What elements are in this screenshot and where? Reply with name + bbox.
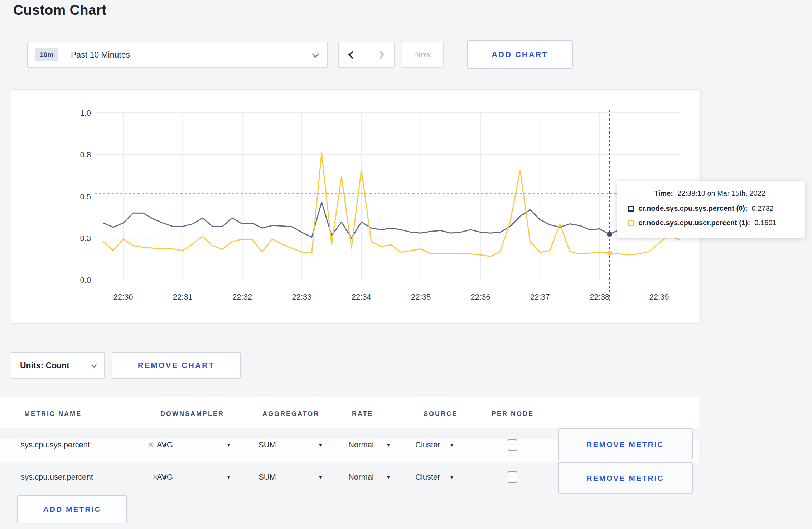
add-chart-button[interactable]: ADD CHART: [467, 40, 573, 69]
tooltip-time-value: 22:38:10 on Mar 15th, 2022: [677, 189, 765, 198]
chart-hover-tooltip: Time: 22:38:10 on Mar 15th, 2022 cr.node…: [617, 181, 805, 238]
remove-metric-button[interactable]: REMOVE METRIC: [558, 428, 693, 460]
chevron-left-icon: [348, 51, 356, 59]
downsampler-select[interactable]: AVG: [157, 440, 173, 450]
units-label: Units: Count: [20, 361, 91, 370]
x-axis-tick-label: 22:39: [649, 292, 669, 301]
aggregator-dropdown-icon[interactable]: ▼: [318, 474, 323, 480]
time-range-dropdown[interactable]: 10m Past 10 Minutes: [27, 42, 328, 68]
rate-dropdown-icon[interactable]: ▼: [386, 442, 391, 448]
tooltip-time-label: Time:: [654, 189, 673, 198]
tooltip-series-label: cr.node.sys.cpu.user.percent (1):: [638, 219, 750, 227]
source-dropdown-icon[interactable]: ▼: [449, 474, 454, 480]
rate-dropdown-icon[interactable]: ▼: [386, 474, 391, 480]
rate-select[interactable]: Normal: [348, 440, 374, 450]
column-header-downsampler: DOWNSAMPLER: [160, 410, 224, 418]
source-dropdown-icon[interactable]: ▼: [449, 442, 454, 448]
chart-panel[interactable]: 0.00.30.50.81.022:3022:3122:3222:3322:34…: [11, 89, 701, 324]
series-line: [103, 202, 679, 238]
per-node-checkbox[interactable]: [508, 440, 517, 451]
source-select[interactable]: Cluster: [415, 440, 440, 450]
column-header-rate: RATE: [352, 410, 373, 418]
remove-metric-button[interactable]: REMOVE METRIC: [558, 462, 693, 494]
x-axis-tick-label: 22:36: [470, 292, 490, 301]
hover-point-sys: [607, 232, 612, 237]
y-axis-tick-label: 1.0: [80, 108, 91, 117]
series-user-swatch-icon: [628, 220, 634, 226]
next-time-button[interactable]: [366, 42, 394, 67]
timeseries-chart[interactable]: 0.00.30.50.81.022:3022:3122:3222:3322:34…: [11, 90, 700, 323]
y-axis-tick-label: 0.5: [80, 192, 91, 201]
remove-chart-label: REMOVE CHART: [138, 361, 214, 370]
add-metric-label: ADD METRIC: [43, 505, 101, 514]
series-line: [103, 153, 679, 256]
tooltip-series-label: cr.node.sys.cpu.sys.percent (0):: [638, 204, 748, 213]
page-title: Custom Chart: [13, 2, 106, 18]
column-header-per-node: PER NODE: [492, 410, 534, 418]
column-header-aggregator: AGGREGATOR: [262, 410, 319, 418]
source-select[interactable]: Cluster: [415, 472, 440, 482]
y-axis-tick-label: 0.8: [80, 150, 91, 159]
x-axis-tick-label: 22:34: [352, 292, 371, 301]
metric-name-value[interactable]: sys.cpu.user.percent: [21, 472, 93, 482]
units-dropdown[interactable]: Units: Count: [11, 352, 105, 379]
x-axis-tick-label: 22:37: [530, 292, 550, 301]
x-axis-tick-label: 22:35: [411, 292, 431, 301]
y-axis-tick-label: 0.3: [80, 234, 91, 243]
y-axis-tick-label: 0.0: [80, 276, 91, 285]
add-chart-label: ADD CHART: [492, 50, 548, 59]
series-sys-swatch-icon: [628, 206, 634, 212]
toolbar-left-divider: [11, 44, 11, 67]
x-axis-tick-label: 22:38: [590, 292, 609, 301]
x-axis-tick-label: 22:32: [232, 292, 252, 301]
time-range-label: Past 10 Minutes: [71, 50, 312, 60]
aggregator-select[interactable]: SUM: [258, 440, 276, 450]
aggregator-select[interactable]: SUM: [258, 472, 276, 482]
time-range-badge: 10m: [35, 48, 58, 61]
per-node-checkbox[interactable]: [508, 472, 517, 483]
downsampler-select[interactable]: AVG: [157, 472, 173, 482]
metric-name-value[interactable]: sys.cpu.sys.percent: [21, 440, 90, 450]
chevron-down-icon: [91, 362, 97, 368]
add-metric-button[interactable]: ADD METRIC: [17, 495, 127, 523]
x-axis-tick-label: 22:33: [292, 292, 311, 301]
downsampler-dropdown-icon[interactable]: ▼: [226, 474, 231, 480]
metrics-table-header: [0, 397, 699, 428]
remove-chart-button[interactable]: REMOVE CHART: [112, 352, 241, 379]
now-button-label: Now: [415, 50, 431, 59]
downsampler-dropdown-icon[interactable]: ▼: [226, 442, 231, 448]
x-axis-tick-label: 22:30: [113, 292, 133, 301]
now-button[interactable]: Now: [402, 42, 444, 68]
aggregator-dropdown-icon[interactable]: ▼: [318, 442, 323, 448]
column-header-metric-name: METRIC NAME: [24, 410, 82, 418]
x-axis-tick-label: 22:31: [173, 292, 193, 301]
prev-time-button[interactable]: [339, 42, 366, 67]
tooltip-series-value: 0.2732: [752, 204, 774, 213]
chevron-down-icon: [312, 50, 319, 58]
tooltip-series-value: 0.1601: [754, 219, 776, 227]
clear-metric-icon[interactable]: ✕: [148, 441, 154, 449]
column-header-source: SOURCE: [424, 410, 458, 418]
rate-select[interactable]: Normal: [348, 472, 374, 482]
time-shift-group: [338, 42, 395, 68]
hover-point-user: [607, 251, 612, 256]
chevron-right-icon: [376, 51, 384, 59]
